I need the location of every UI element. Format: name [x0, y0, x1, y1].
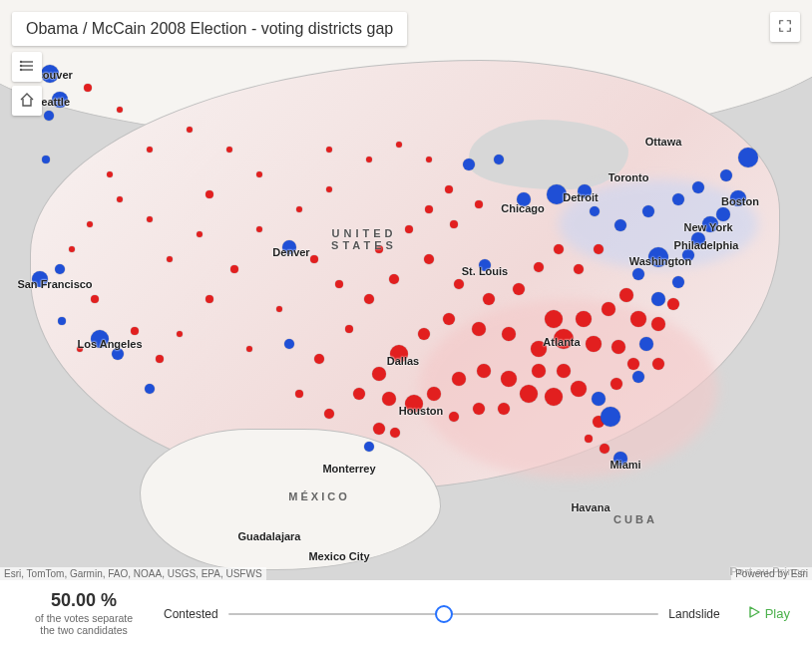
- vote-dot[interactable]: [473, 403, 485, 415]
- vote-dot[interactable]: [452, 372, 466, 386]
- vote-dot[interactable]: [375, 245, 383, 253]
- vote-dot[interactable]: [91, 295, 99, 303]
- vote-dot[interactable]: [276, 306, 282, 312]
- home-extent-button[interactable]: [12, 86, 42, 116]
- vote-dot[interactable]: [720, 169, 732, 181]
- vote-dot[interactable]: [246, 346, 252, 352]
- vote-dot[interactable]: [295, 390, 303, 398]
- vote-dot[interactable]: [494, 155, 504, 164]
- vote-dot[interactable]: [373, 423, 385, 435]
- vote-dot[interactable]: [554, 244, 564, 254]
- vote-dot[interactable]: [145, 384, 155, 394]
- vote-dot[interactable]: [55, 264, 65, 274]
- vote-dot[interactable]: [353, 388, 365, 400]
- vote-dot[interactable]: [389, 274, 399, 284]
- vote-dot[interactable]: [390, 345, 408, 363]
- vote-dot[interactable]: [586, 336, 602, 352]
- vote-dot[interactable]: [310, 255, 318, 263]
- vote-dot[interactable]: [592, 392, 606, 406]
- play-button[interactable]: Play: [740, 600, 798, 627]
- vote-dot[interactable]: [730, 190, 746, 206]
- vote-dot[interactable]: [614, 219, 626, 231]
- vote-dot[interactable]: [672, 276, 684, 288]
- vote-dot[interactable]: [498, 403, 510, 415]
- vote-dot[interactable]: [513, 283, 525, 295]
- vote-dot[interactable]: [602, 302, 615, 316]
- vote-dot[interactable]: [32, 271, 48, 287]
- vote-dot[interactable]: [69, 246, 75, 252]
- vote-dot[interactable]: [443, 313, 455, 325]
- vote-dot[interactable]: [716, 207, 730, 221]
- vote-dot[interactable]: [366, 157, 372, 162]
- vote-dot[interactable]: [427, 387, 441, 401]
- vote-dot[interactable]: [454, 279, 464, 289]
- vote-dot[interactable]: [230, 265, 238, 273]
- vote-dot[interactable]: [42, 156, 50, 163]
- vote-dot[interactable]: [576, 311, 592, 327]
- vote-dot[interactable]: [396, 142, 402, 148]
- vote-dot[interactable]: [284, 339, 294, 349]
- vote-dot[interactable]: [364, 294, 374, 304]
- vote-dot[interactable]: [41, 65, 59, 83]
- vote-dot[interactable]: [205, 190, 213, 198]
- vote-dot[interactable]: [147, 147, 153, 153]
- vote-dot[interactable]: [226, 147, 232, 153]
- vote-dot[interactable]: [532, 364, 546, 378]
- vote-dot[interactable]: [578, 184, 592, 198]
- vote-dot[interactable]: [177, 331, 183, 337]
- vote-dot[interactable]: [296, 206, 302, 212]
- vote-dot[interactable]: [520, 385, 538, 403]
- vote-dot[interactable]: [682, 249, 694, 261]
- vote-dot[interactable]: [611, 340, 625, 354]
- vote-dot[interactable]: [256, 171, 262, 177]
- vote-dot[interactable]: [463, 159, 475, 170]
- vote-dot[interactable]: [574, 264, 584, 274]
- vote-dot[interactable]: [692, 181, 704, 193]
- vote-dot[interactable]: [335, 280, 343, 288]
- vote-dot[interactable]: [449, 412, 459, 422]
- vote-dot[interactable]: [601, 407, 620, 427]
- vote-dot[interactable]: [691, 232, 705, 246]
- gap-slider[interactable]: [228, 613, 659, 615]
- vote-dot[interactable]: [594, 244, 604, 254]
- vote-dot[interactable]: [477, 364, 491, 378]
- vote-dot[interactable]: [648, 247, 668, 267]
- vote-dot[interactable]: [479, 259, 491, 271]
- legend-button[interactable]: [12, 52, 42, 82]
- vote-dot[interactable]: [131, 327, 139, 335]
- vote-dot[interactable]: [632, 371, 644, 383]
- vote-dot[interactable]: [326, 186, 332, 192]
- vote-dot[interactable]: [167, 256, 173, 262]
- vote-dot[interactable]: [600, 444, 609, 454]
- vote-dot[interactable]: [84, 84, 92, 92]
- vote-dot[interactable]: [632, 268, 644, 280]
- vote-dot[interactable]: [547, 184, 567, 204]
- vote-dot[interactable]: [627, 358, 639, 370]
- attribution-esri[interactable]: Powered by Esri: [731, 567, 812, 580]
- vote-dot[interactable]: [613, 452, 627, 466]
- vote-dot[interactable]: [52, 92, 68, 108]
- vote-dot[interactable]: [610, 378, 622, 390]
- fullscreen-button[interactable]: [770, 12, 800, 42]
- vote-dot[interactable]: [256, 226, 262, 232]
- vote-dot[interactable]: [44, 111, 54, 121]
- vote-dot[interactable]: [156, 355, 164, 363]
- vote-dot[interactable]: [502, 327, 516, 341]
- vote-dot[interactable]: [445, 185, 453, 193]
- vote-dot[interactable]: [545, 310, 563, 328]
- vote-dot[interactable]: [187, 127, 193, 133]
- vote-dot[interactable]: [652, 358, 664, 370]
- vote-dot[interactable]: [77, 346, 83, 352]
- vote-dot[interactable]: [418, 328, 430, 340]
- vote-dot[interactable]: [475, 200, 483, 208]
- vote-dot[interactable]: [501, 371, 517, 387]
- vote-dot[interactable]: [619, 288, 633, 302]
- vote-dot[interactable]: [314, 354, 324, 364]
- vote-dot[interactable]: [58, 317, 66, 325]
- vote-dot[interactable]: [197, 231, 203, 237]
- vote-dot[interactable]: [702, 216, 718, 232]
- vote-dot[interactable]: [147, 216, 153, 222]
- vote-dot[interactable]: [585, 435, 593, 443]
- vote-dot[interactable]: [405, 395, 423, 413]
- vote-dot[interactable]: [426, 157, 432, 162]
